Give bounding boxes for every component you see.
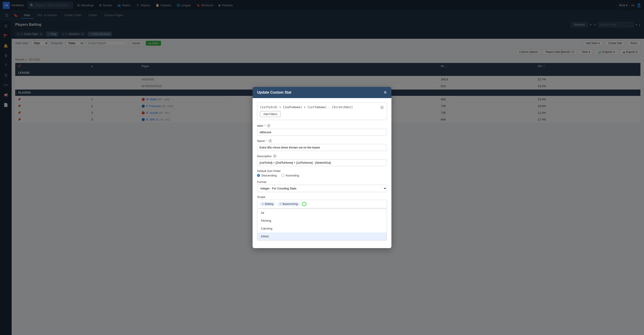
label-field-group: label * i [257,124,387,136]
required-indicator: * [264,124,265,128]
modal-title: Update Custom Stat [257,90,291,94]
scope-baserunning-label: Baserunning [282,202,298,206]
scope-tag-baserunning: ✕ Baserunning [277,202,300,206]
formula-text: [1stTo3rd] + [2ndToHome] + [1stToHome] -… [260,106,353,109]
radio-ascending-input[interactable] [281,174,284,177]
radio-descending-input[interactable] [257,174,260,177]
dropdown-item-pitching[interactable]: Pitching [257,217,387,224]
scope-tag-batting: ✕ Batting [260,202,276,206]
radio-descending-label: Descending [261,174,277,177]
desc-info-icon[interactable]: i [273,154,277,158]
sort-order-group: Default Sort Order Descending Ascending [257,169,387,177]
name-field-group: Name * i [257,139,387,151]
sort-order-label: Default Sort Order [257,169,387,173]
modal-header: Update Custom Stat ✕ [252,87,392,98]
radio-descending[interactable]: Descending [257,174,277,177]
radio-group: Descending Ascending [257,174,387,177]
dropdown-item-infield[interactable]: Infield [257,232,387,240]
radio-ascending-label: Ascending [286,174,299,177]
x-icon-batting[interactable]: ✕ [262,202,264,206]
scope-box[interactable]: ✕ Batting ✕ Baserunning [257,200,387,208]
dropdown-item-all[interactable]: All [257,209,387,217]
format-group: Format Integer - For Counting Stats Deci… [257,180,387,192]
format-label: Format [257,180,387,184]
modal-close-button[interactable]: ✕ [384,90,387,95]
dropdown-item-catching[interactable]: Catching [257,224,387,232]
modal-overlay[interactable]: Update Custom Stat ✕ [1stTo3rd] + [2ndTo… [0,0,644,335]
modal-body: [1stTo3rd] + [2ndToHome] + [1stToHome] -… [252,98,392,248]
label-info-icon[interactable]: i [267,124,271,128]
format-select[interactable]: Integer - For Counting Stats Decimal - 1… [257,185,387,192]
description-field-label: Description i [257,154,387,158]
radio-ascending[interactable]: Ascending [281,174,299,177]
scope-label: Scope [257,195,387,199]
description-input[interactable] [257,159,387,166]
description-field-group: Description i [257,154,387,166]
name-field-label: Name * i [257,139,387,143]
scope-group: Scope ✕ Batting ✕ Baserunning All Pitchi [257,195,387,240]
add-filters-button[interactable]: Add Filters [260,111,280,117]
scope-batting-label: Batting [265,202,273,206]
formula-box: [1stTo3rd] + [2ndToHome] + [1stToHome] -… [257,102,387,120]
scope-cursor [302,202,306,206]
label-field-label: label * i [257,124,387,128]
scope-dropdown: All Pitching Catching Infield [257,209,387,240]
required-indicator2: * [266,139,267,143]
x-icon-baserunning[interactable]: ✕ [280,202,282,206]
name-input[interactable] [257,144,387,151]
update-custom-stat-modal: Update Custom Stat ✕ [1stTo3rd] + [2ndTo… [252,87,392,248]
formula-info-icon[interactable]: i [380,106,384,110]
label-input[interactable] [257,129,387,136]
name-info-icon[interactable]: i [268,139,272,143]
